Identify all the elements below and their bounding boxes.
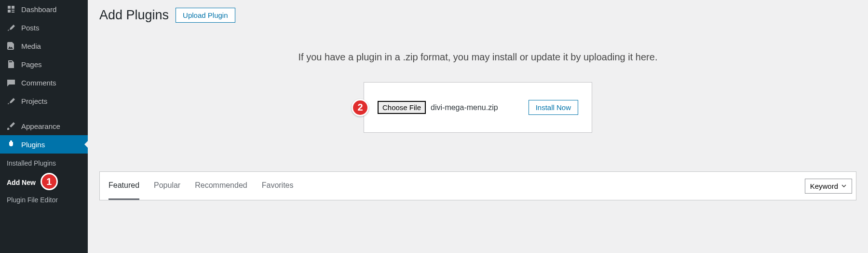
sidebar-item-media[interactable]: Media bbox=[0, 37, 88, 55]
search-filter-label: Keyword bbox=[810, 182, 838, 190]
tab-featured[interactable]: Featured bbox=[108, 172, 139, 200]
file-picker-group: Choose File divi-mega-menu.zip bbox=[378, 101, 498, 114]
chevron-down-icon bbox=[841, 182, 847, 190]
upload-instructions: If you have a plugin in a .zip format, y… bbox=[99, 52, 856, 63]
search-filter-select[interactable]: Keyword bbox=[805, 179, 852, 194]
page-header: Add Plugins Upload Plugin bbox=[99, 8, 856, 23]
tab-popular[interactable]: Popular bbox=[154, 172, 180, 200]
pin-icon bbox=[6, 23, 16, 32]
sidebar-label: Comments bbox=[21, 79, 56, 87]
install-now-button[interactable]: Install Now bbox=[529, 100, 578, 115]
sidebar-item-projects[interactable]: Projects bbox=[0, 92, 88, 110]
pin-icon bbox=[6, 96, 16, 106]
sidebar-item-plugins[interactable]: Plugins bbox=[0, 135, 88, 154]
sidebar-label: Posts bbox=[21, 24, 40, 32]
sidebar-item-dashboard[interactable]: Dashboard bbox=[0, 0, 88, 18]
page-title: Add Plugins bbox=[99, 8, 169, 23]
plug-icon bbox=[6, 140, 16, 149]
tab-favorites[interactable]: Favorites bbox=[262, 172, 294, 200]
annotation-step-1: 1 bbox=[41, 173, 58, 190]
annotation-step-2: 2 bbox=[352, 99, 369, 116]
plugin-filter-bar: Featured Popular Recommended Favorites K… bbox=[99, 171, 856, 200]
pages-icon bbox=[6, 59, 16, 69]
submenu-add-new[interactable]: Add New 1 bbox=[0, 170, 88, 193]
selected-file-name: divi-mega-menu.zip bbox=[431, 103, 498, 112]
comments-icon bbox=[6, 78, 16, 87]
submenu-installed-plugins[interactable]: Installed Plugins bbox=[0, 156, 88, 170]
upload-plugin-button[interactable]: Upload Plugin bbox=[176, 8, 235, 23]
brush-icon bbox=[6, 121, 16, 131]
choose-file-button[interactable]: Choose File bbox=[378, 101, 426, 114]
sidebar-label: Plugins bbox=[21, 141, 45, 149]
media-icon bbox=[6, 41, 16, 51]
sidebar-item-comments[interactable]: Comments bbox=[0, 73, 88, 92]
main-content: Add Plugins Upload Plugin If you have a … bbox=[88, 0, 868, 253]
dashboard-icon bbox=[6, 4, 16, 14]
submenu-label: Add New bbox=[7, 179, 36, 186]
plugins-submenu: Installed Plugins Add New 1 Plugin File … bbox=[0, 154, 88, 211]
admin-sidebar: Dashboard Posts Media Pages Comments Pro… bbox=[0, 0, 88, 253]
upload-form: 2 Choose File divi-mega-menu.zip Install… bbox=[364, 82, 592, 133]
filter-tabs: Featured Popular Recommended Favorites bbox=[108, 172, 294, 200]
sidebar-label: Appearance bbox=[21, 122, 60, 130]
sidebar-label: Pages bbox=[21, 60, 42, 69]
tab-recommended[interactable]: Recommended bbox=[195, 172, 247, 200]
sidebar-item-pages[interactable]: Pages bbox=[0, 55, 88, 73]
sidebar-item-appearance[interactable]: Appearance bbox=[0, 117, 88, 135]
sidebar-label: Projects bbox=[21, 97, 47, 105]
sidebar-item-posts[interactable]: Posts bbox=[0, 18, 88, 37]
sidebar-label: Media bbox=[21, 42, 41, 50]
sidebar-label: Dashboard bbox=[21, 5, 56, 14]
submenu-plugin-file-editor[interactable]: Plugin File Editor bbox=[0, 193, 88, 207]
